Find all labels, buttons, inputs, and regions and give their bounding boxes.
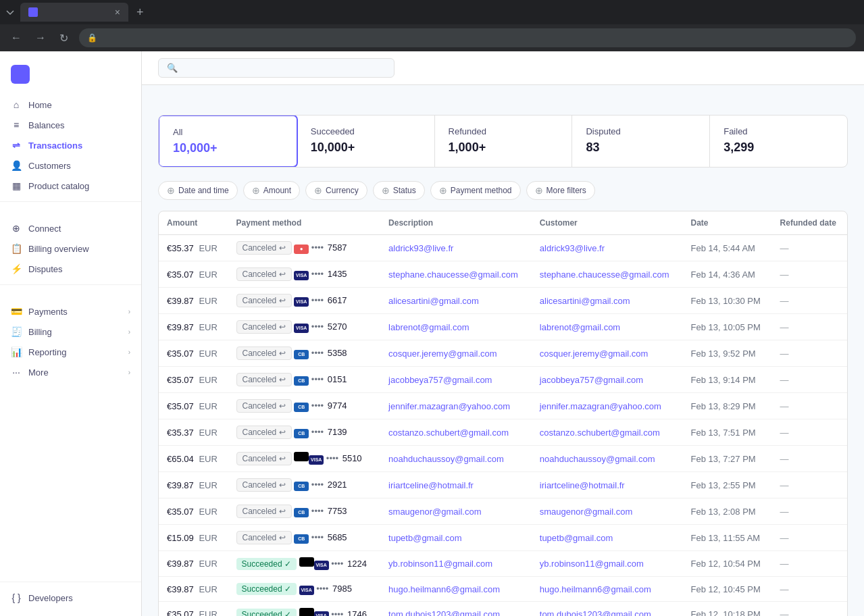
summary-card-failed[interactable]: Failed 3,299 xyxy=(710,116,847,167)
cell-customer: yb.robinson11@gmail.com xyxy=(532,551,683,577)
cell-amount: €35.07 EUR xyxy=(159,393,228,419)
cell-description: stephane.chaucesse@gmail.com xyxy=(380,261,532,288)
sidebar-item-disputes[interactable]: ⚡ Disputes xyxy=(0,259,141,279)
status-badge: Canceled ↩ xyxy=(236,426,292,439)
table-row[interactable]: €39.87 EUR Canceled ↩ VISA •••• 6617 ali… xyxy=(159,288,847,314)
summary-cards: All 10,000+ Succeeded 10,000+ Refunded 1… xyxy=(158,115,848,168)
sidebar-item-developers[interactable]: { } Developers xyxy=(0,588,141,608)
billing-overview-icon: 📋 xyxy=(11,243,22,254)
cell-date: Feb 14, 5:44 AM xyxy=(683,235,772,261)
summary-card-succeeded[interactable]: Succeeded 10,000+ xyxy=(297,116,435,167)
cell-customer: hugo.heilmann6@gmail.com xyxy=(532,577,683,602)
sidebar-item-billing[interactable]: 🧾Billing › xyxy=(0,322,141,342)
more-icon: ··· xyxy=(11,367,22,378)
summary-card-refunded[interactable]: Refunded 1,000+ xyxy=(435,116,573,167)
sidebar-item-reporting[interactable]: 📊Reporting › xyxy=(0,342,141,362)
cell-payment-method: Canceled ↩ CB •••• 9774 xyxy=(228,393,381,419)
filter-payment-method[interactable]: ⊕ Payment method xyxy=(430,181,521,200)
chevron-right-icon: › xyxy=(128,369,130,376)
filter-more-icon: ⊕ xyxy=(535,185,543,196)
card-value: 1,000+ xyxy=(449,140,559,155)
cell-payment-method: Canceled ↩ ● •••• 7587 xyxy=(228,235,381,261)
cell-amount: €39.87 EUR xyxy=(159,288,228,314)
sidebar-item-billing-overview[interactable]: 📋 Billing overview xyxy=(0,238,141,259)
address-bar[interactable]: 🔒 xyxy=(79,28,856,47)
search-box[interactable]: 🔍 xyxy=(158,58,395,78)
sidebar-item-connect[interactable]: ⊕ Connect xyxy=(0,218,141,238)
sidebar-item-more[interactable]: ···More › xyxy=(0,362,141,382)
sidebar-bottom: { } Developers xyxy=(0,582,141,608)
reload-button[interactable]: ↻ xyxy=(57,29,71,47)
table-row[interactable]: €65.04 EUR Canceled ↩ VISA •••• 5510 noa… xyxy=(159,446,847,472)
table-row[interactable]: €39.87 EUR Succeeded ✓ VISA •••• 1224 yb… xyxy=(159,551,847,577)
filter-status[interactable]: ⊕ Status xyxy=(373,181,425,200)
table-row[interactable]: €39.87 EUR Canceled ↩ VISA •••• 5270 lab… xyxy=(159,314,847,340)
cell-customer: jennifer.mazagran@yahoo.com xyxy=(532,393,683,419)
sidebar-item-balances[interactable]: ≡ Balances xyxy=(0,115,141,135)
sidebar-item-transactions[interactable]: ⇌ Transactions xyxy=(0,135,141,155)
cell-payment-method: Succeeded ✓ VISA •••• 1224 xyxy=(228,551,381,577)
sidebar-item-customers[interactable]: 👤 Customers xyxy=(0,155,141,176)
sidebar-item-product-catalog[interactable]: ▦ Product catalog xyxy=(0,176,141,196)
table-row[interactable]: €35.37 EUR Canceled ↩ ● •••• 7587 aldric… xyxy=(159,235,847,261)
table-row[interactable]: €39.87 EUR Succeeded ✓ VISA •••• 7985 hu… xyxy=(159,577,847,602)
cell-refunded: — xyxy=(772,393,847,419)
browser-tab-bar: × + xyxy=(0,0,864,24)
balances-icon: ≡ xyxy=(11,120,22,130)
cell-payment-method: Canceled ↩ CB •••• 5358 xyxy=(228,340,381,367)
filter-label: Payment method xyxy=(451,186,512,195)
cell-payment-method: Succeeded ✓ VISA •••• 1746 xyxy=(228,602,381,617)
browser-chrome: × + ← → ↻ 🔒 xyxy=(0,0,864,51)
summary-card-all[interactable]: All 10,000+ xyxy=(158,115,298,168)
cell-payment-method: Canceled ↩ VISA •••• 5270 xyxy=(228,314,381,340)
table-row[interactable]: €35.07 EUR Canceled ↩ CB •••• 0151 jacob… xyxy=(159,367,847,393)
sidebar-item-home[interactable]: ⌂ Home xyxy=(0,95,141,115)
cell-description: jacobbeya757@gmail.com xyxy=(380,367,532,393)
cell-amount: €35.07 EUR xyxy=(159,602,228,617)
status-badge: Canceled ↩ xyxy=(236,399,292,413)
card-last4: 7753 xyxy=(328,506,347,516)
sidebar-item-payments[interactable]: 💳Payments › xyxy=(0,301,141,322)
cb-icon: CB xyxy=(294,376,309,386)
chevron-right-icon: › xyxy=(128,308,130,315)
visa-icon: VISA xyxy=(294,297,309,307)
sidebar-item-label: Customers xyxy=(28,161,71,171)
table-row[interactable]: €35.07 EUR Canceled ↩ CB •••• 7753 smaug… xyxy=(159,498,847,525)
filter-plus-icon: ⊕ xyxy=(252,185,260,196)
cell-payment-method: Canceled ↩ CB •••• 7753 xyxy=(228,498,381,525)
col-payment-method: Payment method xyxy=(228,211,381,235)
table-row[interactable]: €35.07 EUR Succeeded ✓ VISA •••• 1746 to… xyxy=(159,602,847,617)
forward-button[interactable]: → xyxy=(32,29,49,47)
table-row[interactable]: €35.07 EUR Canceled ↩ VISA •••• 1435 ste… xyxy=(159,261,847,288)
active-tab[interactable]: × xyxy=(20,3,128,22)
filter-plus-icon: ⊕ xyxy=(167,185,175,196)
cell-description: tom.dubois1203@gmail.com xyxy=(380,602,532,617)
cell-refunded: — xyxy=(772,419,847,446)
filter-date-time[interactable]: ⊕ Date and time xyxy=(158,181,238,200)
table-row[interactable]: €39.87 EUR Canceled ↩ CB •••• 2921 iriar… xyxy=(159,472,847,498)
product-catalog-icon: ▦ xyxy=(11,180,22,191)
filter-amount[interactable]: ⊕ Amount xyxy=(243,181,300,200)
org-logo[interactable] xyxy=(0,59,141,95)
cell-refunded: — xyxy=(772,314,847,340)
sidebar-label: More xyxy=(28,367,49,378)
new-tab-button[interactable]: + xyxy=(134,5,147,20)
table-row[interactable]: €35.37 EUR Canceled ↩ CB •••• 7139 costa… xyxy=(159,419,847,446)
tab-close-button[interactable]: × xyxy=(115,7,120,18)
table-row[interactable]: €15.09 EUR Canceled ↩ CB •••• 5685 tupet… xyxy=(159,525,847,551)
table-row[interactable]: €35.07 EUR Canceled ↩ CB •••• 5358 cosqu… xyxy=(159,340,847,367)
card-last4: 5685 xyxy=(328,532,347,542)
cell-refunded: — xyxy=(772,340,847,367)
summary-card-disputed[interactable]: Disputed 83 xyxy=(572,116,710,167)
filter-currency[interactable]: ⊕ Currency xyxy=(305,181,367,200)
card-last4: 1746 xyxy=(347,609,367,616)
sidebar-divider-2 xyxy=(0,284,141,285)
back-button[interactable]: ← xyxy=(8,29,24,47)
filter-more[interactable]: ⊕ More filters xyxy=(526,181,595,200)
filter-label: Currency xyxy=(326,186,359,195)
table-row[interactable]: €35.07 EUR Canceled ↩ CB •••• 9774 jenni… xyxy=(159,393,847,419)
cell-amount: €65.04 EUR xyxy=(159,446,228,472)
cell-amount: €39.87 EUR xyxy=(159,472,228,498)
cell-amount: €39.87 EUR xyxy=(159,551,228,577)
card-last4: 1224 xyxy=(347,559,367,569)
